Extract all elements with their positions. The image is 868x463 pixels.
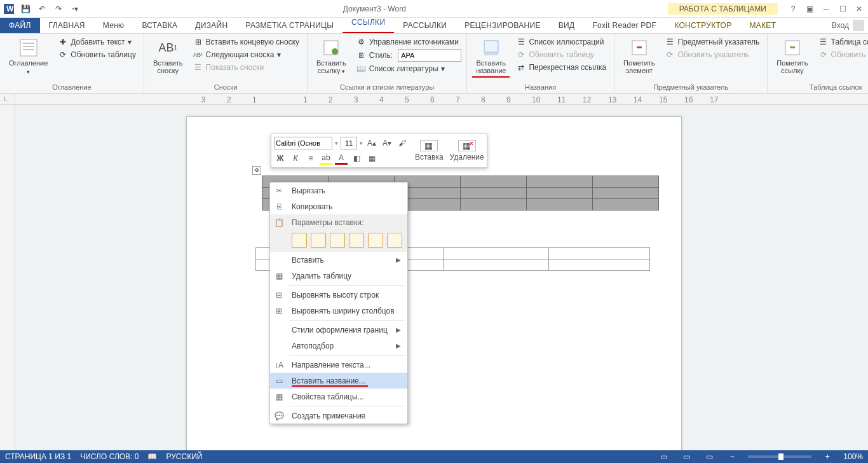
- mini-font-select[interactable]: [274, 137, 332, 149]
- tab-table-layout[interactable]: МАКЕТ: [740, 18, 785, 33]
- ctx-autofit[interactable]: Автоподбор▶: [270, 338, 407, 354]
- cross-reference-button[interactable]: ⇄Перекрестная ссылка: [513, 62, 609, 73]
- group-citations: Вставить ссылку ⚙Управление источниками …: [308, 34, 467, 93]
- ctx-border-styles[interactable]: Стили оформления границ▶: [270, 322, 407, 338]
- ctx-dist-rows[interactable]: ⊟Выровнять высоту строк: [270, 287, 407, 303]
- table-authorities-button[interactable]: ☰Таблица ссылок: [816, 36, 868, 48]
- zoom-slider[interactable]: [748, 455, 811, 458]
- italic-icon[interactable]: К: [289, 152, 302, 165]
- next-footnote-button[interactable]: AB¹Следующая сноска ▾: [191, 49, 302, 60]
- mini-insert-block[interactable]: Вставка: [415, 140, 444, 162]
- tab-mailings[interactable]: РАССЫЛКИ: [394, 18, 456, 33]
- mini-delete-block[interactable]: Удаление: [450, 140, 484, 162]
- mini-size-select[interactable]: [341, 137, 357, 149]
- minimize-icon[interactable]: ─: [818, 1, 834, 17]
- ctx-table-properties[interactable]: ▦Свойства таблицы...: [270, 389, 407, 404]
- tab-menu[interactable]: Меню: [94, 18, 133, 33]
- borders-icon[interactable]: ▦: [365, 152, 378, 165]
- redo-icon[interactable]: ↷: [52, 3, 65, 15]
- bibliography-button[interactable]: 📖Список литературы ▾: [354, 63, 461, 74]
- tab-insert[interactable]: ВСТАВКА: [133, 18, 186, 33]
- tab-layout[interactable]: РАЗМЕТКА СТРАНИЦЫ: [236, 18, 342, 33]
- table-move-handle[interactable]: ✥: [252, 166, 261, 175]
- status-proofing-icon[interactable]: 📖: [147, 452, 157, 461]
- insert-caption-label: Вставить название: [476, 59, 506, 74]
- tab-foxit[interactable]: Foxit Reader PDF: [583, 18, 665, 33]
- horizontal-ruler[interactable]: 321 123 456 789 101112 131415 1617: [15, 93, 868, 105]
- ctx-insert-caption[interactable]: ▭Вставить название...: [270, 373, 407, 389]
- paste-opt-1[interactable]: [292, 233, 307, 248]
- close-icon[interactable]: ✕: [851, 1, 867, 17]
- zoom-value[interactable]: 100%: [843, 452, 863, 461]
- ctx-dist-cols[interactable]: ⊞Выровнять ширину столбцов: [270, 303, 407, 319]
- style-label: 🗎Стиль:: [354, 50, 395, 61]
- shading-icon[interactable]: ◧: [350, 152, 363, 165]
- tab-table-design[interactable]: КОНСТРУКТОР: [665, 18, 740, 33]
- insert-index-button[interactable]: ☰Предметный указатель: [662, 36, 762, 48]
- status-page[interactable]: СТРАНИЦА 1 ИЗ 1: [5, 452, 71, 461]
- tab-file[interactable]: ФАЙЛ: [0, 18, 40, 33]
- new-doc-icon[interactable]: ▫▾: [69, 3, 81, 15]
- zoom-out-icon[interactable]: −: [725, 452, 739, 462]
- mark-citation-button[interactable]: Пометить ссылку: [773, 36, 811, 76]
- ctx-cut[interactable]: ✂Вырезать: [270, 183, 407, 198]
- update-index-button[interactable]: ⟳Обновить указатель: [662, 49, 762, 60]
- paste-opt-6[interactable]: [387, 233, 402, 248]
- help-icon[interactable]: ?: [785, 1, 801, 17]
- sign-in-label[interactable]: Вход: [832, 21, 849, 30]
- vertical-ruler[interactable]: [0, 105, 15, 450]
- manage-sources-button[interactable]: ⚙Управление источниками: [354, 36, 461, 48]
- ctx-copy[interactable]: ⎘Копировать: [270, 198, 407, 214]
- ribbon-options-icon[interactable]: ▣: [802, 1, 817, 17]
- zoom-in-icon[interactable]: +: [820, 452, 834, 462]
- bold-icon[interactable]: Ж: [274, 152, 287, 165]
- tab-review[interactable]: РЕЦЕНЗИРОВАНИЕ: [456, 18, 550, 33]
- paste-opt-2[interactable]: [311, 233, 326, 248]
- status-words[interactable]: ЧИСЛО СЛОВ: 0: [80, 452, 139, 461]
- mark-entry-button[interactable]: Пометить элемент: [620, 36, 658, 76]
- page[interactable]: ✥: [186, 116, 682, 463]
- tab-view[interactable]: ВИД: [550, 18, 584, 33]
- status-lang[interactable]: РУССКИЙ: [166, 452, 202, 461]
- ctx-insert[interactable]: Вставить▶: [270, 252, 407, 268]
- align-icon[interactable]: ≡: [304, 152, 317, 165]
- grow-font-icon[interactable]: A▴: [365, 137, 378, 149]
- ctx-text-direction[interactable]: ↕AНаправление текста...: [270, 357, 407, 373]
- view-print-icon[interactable]: ▭: [679, 452, 693, 462]
- highlight-icon[interactable]: ab: [320, 152, 332, 165]
- tab-design[interactable]: ДИЗАЙН: [186, 18, 236, 33]
- maximize-icon[interactable]: ☐: [835, 1, 850, 17]
- update-figures-button[interactable]: ⟳Обновить таблицу: [513, 49, 609, 60]
- toc-button[interactable]: Оглавление: [5, 36, 51, 77]
- group-footnotes-label: Сноски: [149, 82, 302, 93]
- paste-opt-3[interactable]: [330, 233, 345, 248]
- view-read-icon[interactable]: ▭: [656, 452, 670, 462]
- undo-icon[interactable]: ↶: [36, 3, 48, 15]
- font-color-icon[interactable]: A: [335, 152, 348, 165]
- citation-style-select[interactable]: [398, 49, 461, 62]
- paste-opt-4[interactable]: [349, 233, 364, 248]
- insert-citation-button[interactable]: Вставить ссылку: [313, 36, 350, 76]
- dist-cols-icon: ⊞: [273, 307, 285, 315]
- shrink-font-icon[interactable]: A▾: [381, 137, 393, 149]
- insert-footnote-button[interactable]: AB1 Вставить сноску: [149, 36, 187, 76]
- ctx-delete-table[interactable]: ▦Удалить таблицу: [270, 268, 407, 284]
- insert-caption-button[interactable]: Вставить название: [472, 36, 510, 76]
- tab-home[interactable]: ГЛАВНАЯ: [40, 18, 94, 33]
- copy-icon: ⎘: [273, 202, 285, 211]
- tab-references[interactable]: ССЫЛКИ: [342, 18, 394, 27]
- user-icon[interactable]: [853, 20, 864, 31]
- ribbon: Оглавление ✚Добавить текст ▾ ⟳Обновить т…: [0, 34, 868, 93]
- insert-endnote-button[interactable]: ⊞Вставить концевую сноску: [191, 36, 302, 48]
- update-toc-button[interactable]: ⟳Обновить таблицу: [55, 49, 139, 60]
- add-text-button[interactable]: ✚Добавить текст ▾: [55, 36, 139, 48]
- update-authorities-button[interactable]: ⟳Обновить таблицу: [816, 49, 868, 60]
- show-notes-button[interactable]: ☰Показать сноски: [191, 62, 302, 73]
- format-painter-icon[interactable]: 🖌: [396, 137, 409, 149]
- view-web-icon[interactable]: ▭: [702, 452, 716, 462]
- paste-opt-5[interactable]: [368, 233, 383, 248]
- table-of-figures-button[interactable]: ☰Список иллюстраций: [513, 36, 609, 48]
- group-index-label: Предметный указатель: [620, 82, 762, 93]
- ctx-new-comment[interactable]: 💬Создать примечание: [270, 408, 407, 424]
- save-icon[interactable]: 💾: [19, 3, 32, 15]
